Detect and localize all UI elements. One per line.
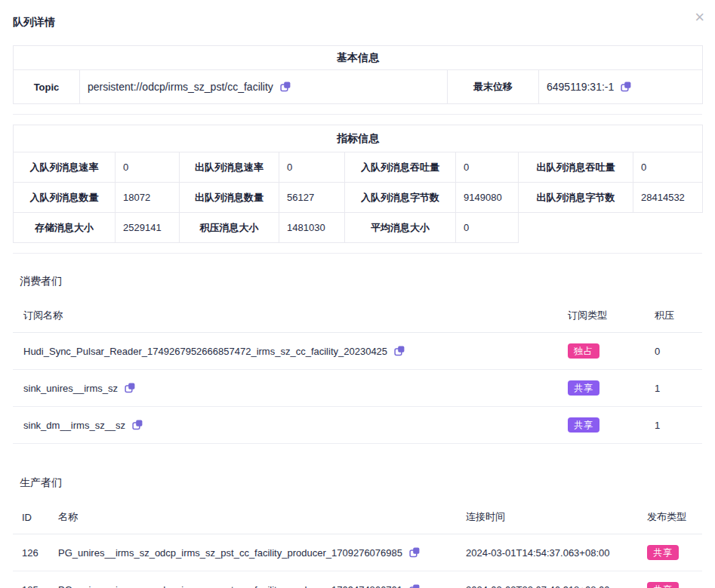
metric-label: 出队列消息吞吐量 (519, 152, 633, 183)
name-cell: PG_unires__irms_sz_odcp_irms_sz_pst_cc_f… (49, 571, 457, 588)
name-cell: Hudi_Sync_Pulsar_Reader_1749267952666857… (13, 333, 559, 370)
metric-value: 9149080 (456, 183, 519, 213)
metric-label: 出队列消息字节数 (519, 183, 633, 213)
producer-id-cell: 126 (13, 534, 49, 571)
name-cell: sink_unires__irms_sz (13, 370, 559, 407)
metrics-row: 存储消息大小2529141积压消息大小1481030平均消息大小0 (14, 213, 703, 243)
basic-info-section-title: 基本信息 (14, 46, 703, 70)
metric-value: 0 (633, 152, 703, 183)
copy-icon[interactable] (132, 420, 143, 430)
metric-label: 入队列消息数量 (14, 183, 116, 213)
publish-type-cell: 共享 (638, 571, 702, 588)
producers-table: ID 名称 连接时间 发布类型 126PG_unires__irms_sz_od… (13, 500, 702, 588)
copy-icon[interactable] (409, 547, 420, 558)
producers-header-row: ID 名称 连接时间 发布类型 (13, 500, 702, 534)
backlog-cell: 1 (646, 370, 702, 407)
name-wrap: sink_unires__irms_sz (23, 383, 550, 394)
metric-label: 入队列消息速率 (14, 152, 116, 183)
blank-cell (519, 213, 703, 243)
copy-icon[interactable] (394, 346, 405, 356)
basic-info-header-row: 基本信息 (14, 46, 703, 70)
connect-time-cell: 2024-03-03T22:07:46.918+08:00 (457, 571, 638, 588)
basic-info-data-row: Topic persistent://odcp/irms_sz_pst/cc_f… (14, 70, 703, 104)
metric-label: 入队列消息字节数 (345, 183, 456, 213)
close-icon[interactable]: × (695, 9, 704, 26)
consumers-heading: 消费者们 (20, 275, 715, 287)
name-wrap: PG_unires__irms_sz_odcp_irms_sz_pst_cc_f… (58, 547, 448, 559)
metrics-row: 入队列消息速率0出队列消息速率0入队列消息吞吐量0出队列消息吞吐量0 (14, 152, 703, 183)
name-wrap: PG_unires__irms_sz_odcp_irms_sz_pst_cc_f… (58, 584, 448, 588)
metric-label: 出队列消息速率 (180, 152, 279, 183)
subscription-type-cell: 独占 (559, 333, 646, 370)
modal-header: 队列详情 × (0, 0, 715, 28)
metrics-header-row: 指标信息 (14, 125, 703, 152)
backlog-cell: 0 (646, 333, 702, 370)
metric-value: 2529141 (116, 213, 180, 243)
name-cell: PG_unires__irms_sz_odcp_irms_sz_pst_cc_f… (49, 534, 457, 571)
name-text: PG_unires__irms_sz_odcp_irms_sz_pst_cc_f… (58, 547, 402, 559)
backlog-cell: 1 (646, 407, 702, 444)
copy-icon[interactable] (125, 383, 135, 393)
topic-value: persistent://odcp/irms_sz_pst/cc_facilit… (88, 81, 273, 93)
producer-id-cell: 185 (13, 571, 49, 588)
metric-label: 入队列消息吞吐量 (345, 152, 456, 183)
metric-label: 积压消息大小 (180, 213, 279, 243)
connect-time-cell: 2024-03-01T14:54:37.063+08:00 (457, 534, 638, 571)
copy-icon[interactable] (409, 584, 420, 588)
basic-info-table: 基本信息 Topic persistent://odcp/irms_sz_pst… (13, 45, 703, 104)
metrics-table: 指标信息 入队列消息速率0出队列消息速率0入队列消息吞吐量0出队列消息吞吐量0入… (13, 125, 703, 243)
subscription-type-cell: 共享 (559, 370, 646, 407)
metric-label: 出队列消息数量 (180, 183, 279, 213)
name-text: PG_unires__irms_sz_odcp_irms_sz_pst_cc_f… (58, 584, 402, 588)
last-offset-value-cell: 6495119:31:-1 (539, 70, 703, 104)
name-text: Hudi_Sync_Pulsar_Reader_1749267952666857… (23, 346, 387, 357)
consumer-row: sink_unires__irms_sz 共享1 (13, 370, 702, 407)
consumers-header-row: 订阅名称 订阅类型 积压 (13, 299, 702, 333)
name-wrap: Hudi_Sync_Pulsar_Reader_1749267952666857… (23, 346, 550, 357)
topic-label: Topic (14, 70, 80, 104)
metrics-row: 入队列消息数量18072出队列消息数量56127入队列消息字节数9149080出… (14, 183, 703, 213)
consumers-table: 订阅名称 订阅类型 积压 Hudi_Sync_Pulsar_Reader_174… (13, 299, 702, 444)
metric-value: 0 (279, 152, 345, 183)
metric-value: 0 (456, 152, 519, 183)
queue-detail-modal: 队列详情 × 基本信息 Topic persistent://odcp/irms… (0, 0, 715, 588)
column-id: ID (13, 500, 49, 534)
metric-value: 1481030 (279, 213, 345, 243)
name-text: sink_dm__irms_sz__sz (23, 420, 125, 431)
name-text: sink_unires__irms_sz (23, 383, 118, 394)
subscription-type-badge: 独占 (568, 343, 599, 359)
column-connect-time: 连接时间 (457, 500, 638, 534)
metric-value: 0 (116, 152, 180, 183)
metric-value: 28414532 (633, 183, 703, 213)
subscription-type-cell: 共享 (559, 407, 646, 444)
column-publish-type: 发布类型 (638, 500, 702, 534)
subscription-type-badge: 共享 (647, 545, 679, 560)
modal-title: 队列详情 (13, 16, 702, 29)
section-divider (13, 114, 702, 115)
last-offset-label: 最末位移 (448, 70, 539, 104)
metric-value: 56127 (279, 183, 345, 213)
subscription-type-badge: 共享 (568, 417, 599, 433)
metrics-section-title: 指标信息 (14, 125, 703, 152)
column-name: 名称 (49, 500, 457, 534)
copy-icon[interactable] (280, 82, 291, 92)
subscription-type-badge: 共享 (647, 582, 679, 588)
producer-row: 126PG_unires__irms_sz_odcp_irms_sz_pst_c… (13, 534, 702, 571)
column-backlog: 积压 (646, 299, 702, 333)
metric-value: 18072 (116, 183, 180, 213)
section-divider (13, 253, 702, 254)
metric-value: 0 (456, 213, 519, 243)
subscription-type-badge: 共享 (568, 380, 599, 396)
copy-icon[interactable] (621, 82, 631, 92)
consumer-row: sink_dm__irms_sz__sz 共享1 (13, 407, 702, 444)
name-cell: sink_dm__irms_sz__sz (13, 407, 559, 444)
publish-type-cell: 共享 (638, 534, 702, 571)
consumer-row: Hudi_Sync_Pulsar_Reader_1749267952666857… (13, 333, 702, 370)
topic-value-cell: persistent://odcp/irms_sz_pst/cc_facilit… (80, 70, 448, 104)
producers-heading: 生产者们 (20, 476, 715, 488)
column-subscription-type: 订阅类型 (559, 299, 646, 333)
metric-label: 存储消息大小 (14, 213, 116, 243)
column-subscription-name: 订阅名称 (13, 299, 559, 333)
producer-row: 185PG_unires__irms_sz_odcp_irms_sz_pst_c… (13, 571, 702, 588)
metric-label: 平均消息大小 (345, 213, 456, 243)
